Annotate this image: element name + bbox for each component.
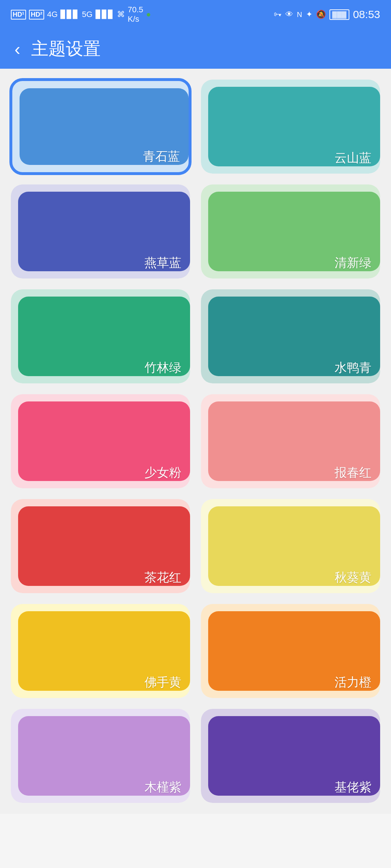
battery-icon: ▓▓▓	[329, 9, 349, 20]
back-button[interactable]: ‹	[14, 39, 20, 59]
hd2-icon: HD²	[29, 10, 44, 20]
theme-outer-shaonv: 少女粉	[11, 394, 190, 488]
theme-label-zhulin: 竹林绿	[144, 359, 181, 376]
theme-label-jilao: 基佬紫	[335, 779, 371, 796]
status-right-icons: 🗝 👁 N ✦ 🔕 ▓▓▓ 08:53	[274, 8, 380, 21]
theme-card-shuiya[interactable]: 水鸭青	[201, 289, 380, 383]
theme-label-qingxin: 清新绿	[335, 255, 371, 271]
theme-outer-qingxin: 清新绿	[201, 184, 380, 278]
theme-label-chahua: 茶花红	[144, 569, 181, 586]
theme-outer-chahua: 茶花红	[11, 499, 190, 593]
theme-card-jilao[interactable]: 基佬紫	[201, 709, 380, 803]
theme-card-qingshi[interactable]: 青石蓝	[11, 80, 190, 174]
status-bar: HD¹ HD² 4G ▊▊▊ 5G ▊▊▊ ⌘ 70.5K/s ● 🗝 👁 N …	[0, 0, 391, 29]
theme-card-zhulin[interactable]: 竹林绿	[11, 289, 190, 383]
theme-outer-shuiya: 水鸭青	[201, 289, 380, 383]
theme-label-huoli: 活力橙	[335, 674, 371, 691]
theme-outer-qiukui: 秋葵黄	[201, 499, 380, 593]
speed-indicator: 70.5K/s	[128, 5, 143, 24]
theme-card-shaonv[interactable]: 少女粉	[11, 394, 190, 488]
theme-outer-mujin: 木槿紫	[11, 709, 190, 803]
signal-5g-icon: 5G	[82, 10, 92, 19]
theme-grid: 青石蓝 云山蓝 燕草蓝 清新绿 竹林绿 水鸭青	[0, 69, 391, 814]
theme-label-qingshi: 青石蓝	[143, 148, 180, 165]
wifi-icon: ⌘	[117, 10, 125, 19]
signal-bar-icon: ▊▊▊	[60, 10, 79, 19]
theme-card-yunshan[interactable]: 云山蓝	[201, 80, 380, 174]
theme-outer-huoli: 活力橙	[201, 604, 380, 698]
signal-bar2-icon: ▊▊▊	[96, 10, 114, 19]
theme-card-qiukui[interactable]: 秋葵黄	[201, 499, 380, 593]
theme-label-shaonv: 少女粉	[144, 464, 181, 481]
page-title: 主题设置	[31, 37, 101, 60]
status-left-icons: HD¹ HD² 4G ▊▊▊ 5G ▊▊▊ ⌘ 70.5K/s ●	[11, 5, 151, 24]
battery-green-icon: ●	[146, 10, 151, 19]
theme-outer-zhulin: 竹林绿	[11, 289, 190, 383]
hd1-icon: HD¹	[11, 10, 26, 20]
clock: 08:53	[353, 8, 380, 21]
mute-icon: 🔕	[316, 10, 326, 19]
theme-card-baochun[interactable]: 报春红	[201, 394, 380, 488]
nfc-icon: N	[297, 10, 302, 19]
theme-label-baochun: 报春红	[335, 464, 371, 481]
theme-label-mujin: 木槿紫	[144, 779, 181, 796]
theme-outer-qingshi: 青石蓝	[11, 80, 190, 174]
signal-4g-icon: 4G	[47, 10, 58, 19]
page-header: ‹ 主题设置	[0, 29, 391, 69]
theme-card-foshou[interactable]: 佛手黄	[11, 604, 190, 698]
bluetooth-icon: ✦	[306, 10, 312, 19]
theme-card-yancao[interactable]: 燕草蓝	[11, 184, 190, 278]
theme-label-foshou: 佛手黄	[144, 674, 181, 691]
theme-outer-baochun: 报春红	[201, 394, 380, 488]
theme-outer-yancao: 燕草蓝	[11, 184, 190, 278]
theme-card-mujin[interactable]: 木槿紫	[11, 709, 190, 803]
theme-outer-yunshan: 云山蓝	[201, 80, 380, 174]
theme-outer-jilao: 基佬紫	[201, 709, 380, 803]
theme-label-yancao: 燕草蓝	[144, 255, 181, 271]
theme-label-shuiya: 水鸭青	[335, 359, 371, 376]
theme-label-yunshan: 云山蓝	[335, 150, 371, 166]
eye-icon: 👁	[285, 10, 293, 19]
key-icon: 🗝	[274, 10, 282, 19]
theme-card-huoli[interactable]: 活力橙	[201, 604, 380, 698]
theme-card-qingxin[interactable]: 清新绿	[201, 184, 380, 278]
theme-label-qiukui: 秋葵黄	[335, 569, 371, 586]
theme-outer-foshou: 佛手黄	[11, 604, 190, 698]
theme-card-chahua[interactable]: 茶花红	[11, 499, 190, 593]
